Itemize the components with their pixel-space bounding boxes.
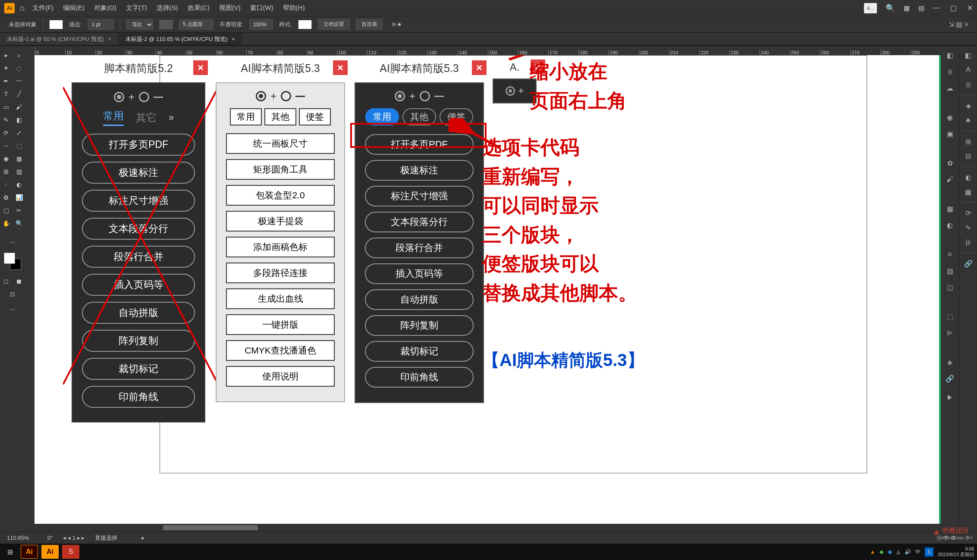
p2-btn-4[interactable]: 添加画稿色标 — [226, 237, 335, 257]
shaper-icon[interactable]: ✎ — [0, 114, 12, 126]
close-tab-icon[interactable]: × — [232, 36, 235, 42]
brushes-icon[interactable]: 🖌 — [944, 173, 956, 185]
overflow-icon[interactable]: ⇲ ▤ ≡ — [949, 20, 968, 28]
p3-btn-2[interactable]: 标注尺寸增强 — [365, 186, 474, 206]
draw-behind-icon[interactable]: ◼ — [13, 275, 25, 287]
transparency-icon[interactable]: ◫ — [944, 281, 956, 293]
eyedropper-icon[interactable]: ⟋ — [0, 178, 12, 191]
curvature-icon[interactable]: 〰 — [13, 75, 25, 87]
profile-select[interactable]: 等比 — [126, 19, 153, 30]
style-swatch[interactable] — [298, 20, 312, 29]
menu-edit[interactable]: 编辑(E) — [63, 4, 85, 12]
search-icon[interactable]: 🔍 — [886, 3, 895, 13]
panel-v52-close-icon[interactable]: × — [193, 60, 208, 75]
radio-off-icon[interactable] — [420, 91, 430, 101]
p3-btn-3[interactable]: 文本段落分行 — [365, 212, 474, 232]
tray-lang-icon[interactable]: 五 — [925, 547, 933, 557]
eraser-icon[interactable]: ◧ — [13, 114, 25, 126]
line-tool-icon[interactable]: ╱ — [13, 88, 25, 100]
rotate-icon[interactable]: ⟳ — [0, 127, 12, 139]
rotate-value[interactable]: 0° — [47, 535, 53, 541]
r2-icon-7[interactable]: ⊟ — [962, 150, 974, 162]
p2-btn-2[interactable]: 包装盒型2.0 — [226, 185, 335, 206]
taskbar-clock[interactable]: 9:06 2023/8/13 星期日 — [938, 546, 974, 557]
close-icon[interactable]: ✕ — [967, 4, 973, 12]
panel-v53-dark-close-icon[interactable]: × — [472, 60, 487, 75]
swatches-icon[interactable]: ▦ — [944, 203, 956, 215]
tray-icon[interactable]: ◬ — [896, 549, 900, 555]
menu-help[interactable]: 帮助(H) — [283, 4, 305, 12]
p2-btn-5[interactable]: 多段路径连接 — [226, 263, 335, 283]
r2-icon-5[interactable]: ♣ — [962, 114, 974, 126]
p1-btn-4[interactable]: 段落行合并 — [82, 246, 195, 268]
p1-btn-0[interactable]: 打开多页PDF — [82, 134, 195, 156]
r2-icon-3[interactable]: ≣ — [962, 78, 974, 91]
type-tool-icon[interactable]: T — [0, 88, 12, 100]
radio-on-icon[interactable] — [506, 86, 515, 96]
taskbar-app-ai1[interactable]: Ai — [21, 545, 38, 559]
properties-icon[interactable]: ◧ — [944, 49, 956, 61]
fill-swatch[interactable] — [49, 20, 63, 29]
scale-icon[interactable]: ⤢ — [13, 127, 25, 139]
graph-icon[interactable]: 📊 — [13, 191, 25, 203]
doc-tab-1[interactable]: 未标题-2.ai @ 50 % (CMYK/CPU 预览) × — [0, 33, 119, 45]
blend-icon[interactable]: ◐ — [13, 178, 25, 191]
p3-btn-0[interactable]: 打开多页PDF — [365, 134, 474, 155]
tray-icon[interactable]: ◆ — [880, 549, 883, 555]
p3-tab-0[interactable]: 常用 — [365, 108, 399, 125]
graphic-styles-icon[interactable]: ▣ — [944, 128, 956, 140]
r2-icon-4[interactable]: ◈ — [962, 100, 974, 112]
screen-mode-icon[interactable]: ⊡ — [6, 288, 19, 300]
gradient-icon[interactable]: ▨ — [13, 166, 25, 178]
free-transform-icon[interactable]: ⬚ — [13, 140, 25, 152]
perspective-icon[interactable]: ▦ — [13, 153, 25, 165]
tray-ime-icon[interactable]: 中 — [915, 548, 920, 556]
stroke-icon[interactable]: ≡ — [944, 248, 956, 260]
r2-icon-9[interactable]: ▦ — [962, 186, 974, 198]
zoom-input[interactable] — [7, 535, 37, 541]
p2-btn-3[interactable]: 极速手提袋 — [226, 211, 335, 232]
p1-tab-other[interactable]: 其它 — [136, 111, 157, 125]
panel-v53-light-close-icon[interactable]: × — [333, 60, 348, 75]
symbols-icon[interactable]: ✿ — [944, 157, 956, 169]
doc-tab-2[interactable]: 未标题-2 @ 110.65 % (CMYK/CPU 预览) × — [119, 33, 242, 45]
p1-btn-8[interactable]: 裁切标记 — [82, 358, 195, 380]
p3-btn-8[interactable]: 裁切标记 — [365, 341, 474, 362]
play-icon[interactable] — [948, 395, 952, 400]
radio-on-icon[interactable] — [114, 92, 124, 102]
p3-tab-1[interactable]: 其他 — [402, 108, 436, 125]
p1-btn-2[interactable]: 标注尺寸增强 — [82, 190, 195, 212]
tool-edit-icon[interactable]: ⋯ — [6, 236, 19, 248]
shape-builder-icon[interactable]: ◉ — [0, 153, 12, 165]
arrange-docs-icon[interactable]: ▦ — [904, 4, 910, 12]
p2-tab-1[interactable]: 其他 — [264, 108, 296, 125]
appearance-icon[interactable]: ◉ — [944, 111, 956, 123]
r2-icon-2[interactable]: A — [962, 64, 974, 76]
radio-off-icon[interactable] — [139, 92, 149, 102]
radio-off-icon[interactable] — [281, 91, 291, 101]
home-icon[interactable]: ⌂ — [20, 3, 25, 13]
menu-effect[interactable]: 效果(C) — [188, 4, 210, 12]
layers-icon[interactable]: ≣ — [944, 66, 956, 78]
mesh-icon[interactable]: ⊞ — [0, 166, 12, 178]
slice-icon[interactable]: ✂ — [13, 204, 25, 216]
p1-btn-1[interactable]: 极速标注 — [82, 162, 195, 184]
tray-icon[interactable]: ▲ — [870, 549, 875, 555]
p2-tab-2[interactable]: 便签 — [299, 108, 331, 125]
r2-icon-6[interactable]: ⊞ — [962, 135, 974, 147]
maximize-icon[interactable]: ▢ — [950, 4, 957, 12]
p1-btn-5[interactable]: 插入页码等 — [82, 274, 195, 296]
close-tab-icon[interactable]: × — [108, 36, 111, 42]
menu-select[interactable]: 选择(S) — [157, 4, 178, 12]
gradient-icon[interactable]: ▨ — [944, 265, 956, 277]
pen-tool-icon[interactable]: ✒ — [0, 75, 12, 87]
menu-window[interactable]: 窗口(W) — [250, 4, 273, 12]
r2-icon-1[interactable]: ◧ — [962, 49, 974, 61]
tray-icon[interactable]: ◉ — [888, 549, 892, 555]
direct-selection-icon[interactable]: ▹ — [13, 49, 25, 61]
p2-btn-7[interactable]: 一键拼版 — [226, 314, 335, 335]
opacity-input[interactable] — [249, 19, 273, 30]
hand-tool-icon[interactable]: ✋ — [0, 217, 12, 229]
mini-panel-docked[interactable]: A... — [864, 3, 877, 13]
p1-btn-7[interactable]: 阵列复制 — [82, 330, 195, 352]
